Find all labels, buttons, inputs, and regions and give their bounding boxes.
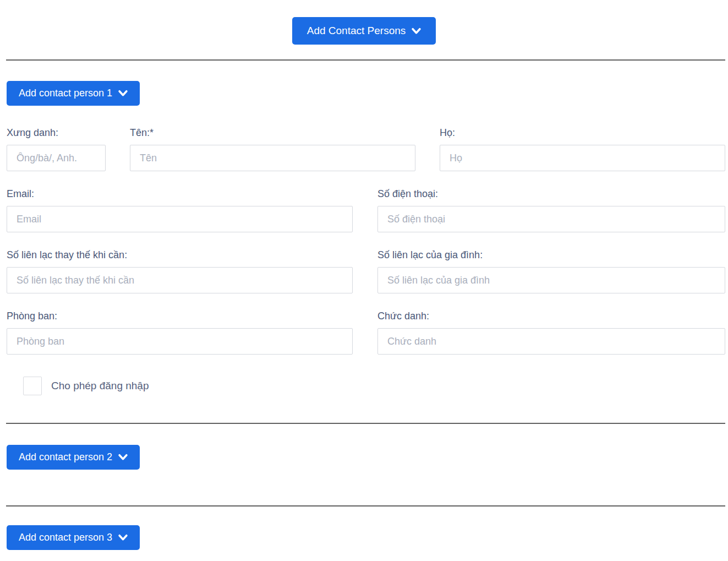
header-bar: Add Contact Persons xyxy=(0,0,728,45)
email-field: Email: xyxy=(7,188,353,232)
section-divider xyxy=(6,423,725,424)
job-title-input[interactable] xyxy=(377,328,725,355)
family-phone-label: Số liên lạc của gia đình: xyxy=(377,249,725,261)
phone-field: Số điện thoại: xyxy=(377,188,725,232)
add-contact-persons-form: Add Contact Persons Add contact person 1… xyxy=(0,0,728,561)
chevron-down-icon xyxy=(412,28,421,35)
allow-login-label: Cho phép đăng nhập xyxy=(51,380,149,392)
email-phone-row: Email: Số điện thoại: xyxy=(7,188,725,232)
add-contact-person-1-label: Add contact person 1 xyxy=(19,88,112,99)
contact-person-3-section: Add contact person 3 xyxy=(0,525,728,550)
add-contact-persons-button[interactable]: Add Contact Persons xyxy=(292,17,436,45)
section-divider xyxy=(6,59,725,61)
add-contact-person-3-button[interactable]: Add contact person 3 xyxy=(7,525,140,550)
first-name-field: Tên:* xyxy=(130,127,415,171)
alternate-phone-label: Số liên lạc thay thế khi cần: xyxy=(7,249,353,261)
family-phone-input[interactable] xyxy=(377,267,725,293)
last-name-label: Họ: xyxy=(440,127,725,139)
job-title-label: Chức danh: xyxy=(377,310,725,322)
first-name-label: Tên:* xyxy=(130,127,415,139)
add-contact-person-2-button[interactable]: Add contact person 2 xyxy=(7,445,140,470)
contact-person-1-header: Add contact person 1 xyxy=(7,81,725,106)
family-phone-field: Số liên lạc của gia đình: xyxy=(377,249,725,293)
department-title-row: Phòng ban: Chức danh: xyxy=(7,310,725,355)
add-contact-person-3-label: Add contact person 3 xyxy=(19,532,112,543)
department-label: Phòng ban: xyxy=(7,310,353,322)
email-input[interactable] xyxy=(7,206,353,232)
alternate-contacts-row: Số liên lạc thay thế khi cần: Số liên lạ… xyxy=(7,249,725,293)
department-field: Phòng ban: xyxy=(7,310,353,355)
chevron-down-icon xyxy=(118,454,128,461)
salutation-input[interactable] xyxy=(7,145,106,171)
add-contact-person-1-button[interactable]: Add contact person 1 xyxy=(7,81,140,106)
first-name-input[interactable] xyxy=(130,145,415,171)
salutation-field: Xưng danh: xyxy=(7,127,106,171)
name-row: Xưng danh: Tên:* Họ: xyxy=(7,127,725,171)
salutation-label: Xưng danh: xyxy=(7,127,106,139)
add-contact-persons-label: Add Contact Persons xyxy=(307,25,406,37)
add-contact-person-2-label: Add contact person 2 xyxy=(19,451,112,463)
alternate-phone-field: Số liên lạc thay thế khi cần: xyxy=(7,249,353,293)
department-input[interactable] xyxy=(7,328,353,355)
chevron-down-icon xyxy=(118,90,128,97)
allow-login-row: Cho phép đăng nhập xyxy=(23,377,725,395)
chevron-down-icon xyxy=(118,534,128,541)
last-name-input[interactable] xyxy=(440,145,725,171)
last-name-field: Họ: xyxy=(440,127,725,171)
job-title-field: Chức danh: xyxy=(377,310,725,355)
section-divider xyxy=(6,505,725,506)
alternate-phone-input[interactable] xyxy=(7,267,353,293)
phone-label: Số điện thoại: xyxy=(377,188,725,200)
allow-login-checkbox[interactable] xyxy=(23,377,42,395)
phone-input[interactable] xyxy=(377,206,725,232)
contact-person-2-section: Add contact person 2 xyxy=(0,445,728,470)
email-label: Email: xyxy=(7,188,353,200)
contact-person-1-section: Add contact person 1 Xưng danh: Tên:* Họ… xyxy=(0,81,728,395)
